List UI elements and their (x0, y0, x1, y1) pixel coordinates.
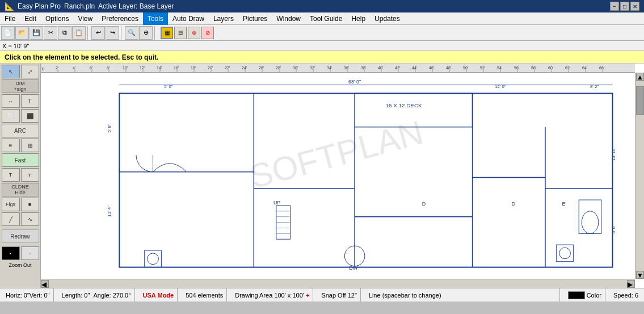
menu-window[interactable]: Window (272, 12, 305, 25)
menu-layers[interactable]: Layers (209, 12, 238, 25)
blueprint: SOFTPLAN 16 X 12 DECK (41, 73, 635, 288)
svg-text:28': 28' (276, 66, 281, 70)
drawing-area[interactable]: SOFTPLAN 16 X 12 DECK (41, 73, 635, 288)
svg-rect-68 (41, 77, 635, 284)
right-scrollbar[interactable]: ▲ ▼ (635, 73, 644, 279)
svg-text:54': 54' (497, 66, 502, 70)
line-tool[interactable]: ╱ (2, 212, 20, 226)
svg-text:14': 14' (157, 66, 162, 70)
menu-help[interactable]: Help (347, 12, 370, 25)
cut-button[interactable]: ✂ (44, 26, 57, 40)
status-mode-text: USA Mode (143, 292, 174, 299)
coord-x: X = 10' 9" (2, 43, 29, 49)
toolbar-sep3 (154, 26, 157, 40)
scroll-left-button[interactable]: ◀ (41, 280, 49, 288)
color2-tool[interactable]: ▫ (21, 246, 39, 260)
status-angle: Angle: 270.0° (93, 292, 131, 299)
close-button[interactable]: ✕ (630, 2, 639, 11)
window-tool[interactable]: ⬛ (21, 109, 39, 123)
status-speed-value: 6 (635, 292, 638, 299)
tool-icon-4[interactable]: ⊘ (201, 27, 214, 39)
svg-text:26': 26' (259, 66, 264, 70)
hide-tool[interactable]: ■ (21, 198, 39, 211)
svg-text:5' 0": 5' 0" (164, 84, 172, 89)
zoom2-button[interactable]: ⊕ (139, 26, 153, 40)
redo-button[interactable]: ↪ (106, 26, 119, 40)
tool-icon-2[interactable]: ⊟ (174, 27, 187, 39)
lt-row6: Figs ■ (2, 198, 39, 211)
new-button[interactable]: 📄 (1, 26, 15, 40)
toolbar: 📄 📂 💾 ✂ ⧉ 📋 ↩ ↪ 🔍 ⊕ ▦ ⊟ ⊗ ⊘ (0, 25, 644, 41)
svg-text:52': 52' (480, 66, 485, 70)
scroll-thumb[interactable] (636, 86, 644, 115)
save-button[interactable]: 💾 (30, 26, 43, 40)
menu-updates[interactable]: Updates (370, 12, 405, 25)
text-tool[interactable]: T (21, 94, 39, 108)
scroll-down-button[interactable]: ▼ (636, 271, 644, 279)
menu-toolguide[interactable]: Tool Guide (305, 12, 347, 25)
menu-pictures[interactable]: Pictures (238, 12, 272, 25)
scroll-up-button[interactable]: ▲ (636, 73, 644, 81)
menu-preferences[interactable]: Preferences (97, 12, 143, 25)
move-tool[interactable]: ⤢ (21, 65, 39, 78)
menu-file[interactable]: File (0, 12, 20, 25)
expand-icon[interactable]: + (306, 292, 309, 299)
curve-tool[interactable]: ∿ (21, 212, 39, 226)
status-area-label: Drawing Area (235, 292, 272, 299)
redraw-button[interactable]: Redraw (2, 229, 39, 243)
status-elements: 504 elements (182, 288, 227, 302)
svg-text:D: D (422, 201, 426, 207)
menu-autodraw[interactable]: Auto Draw (168, 12, 209, 25)
text2-tool[interactable]: T (2, 168, 20, 182)
svg-text:2': 2' (56, 66, 58, 70)
status-drawing-area: Drawing Area 100' x 100' + (231, 288, 313, 302)
copy-button[interactable]: ⧉ (58, 26, 71, 40)
svg-text:0: 0 (42, 66, 45, 72)
svg-text:20': 20' (208, 66, 213, 70)
app-icon: 📐 (5, 2, 14, 11)
zoom-button[interactable]: 🔍 (125, 26, 138, 40)
menu-edit[interactable]: Edit (20, 12, 41, 25)
minimize-button[interactable]: − (610, 2, 619, 11)
main-layout: ↖ ⤢ DIM+sign ↔ T ⬜ ⬛ ARC ≡ ⊞ Fast T T CL… (0, 64, 644, 288)
svg-text:E: E (562, 201, 566, 207)
svg-text:34': 34' (327, 66, 332, 70)
svg-text:56': 56' (514, 66, 519, 70)
text3-tool[interactable]: T (21, 168, 39, 182)
fast-tool[interactable]: Fast (2, 153, 39, 167)
svg-text:18': 18' (191, 66, 196, 70)
svg-text:5' 8": 5' 8" (107, 124, 112, 132)
tool-icon-1[interactable]: ▦ (161, 27, 173, 39)
svg-text:68' 0": 68' 0" (348, 79, 361, 85)
figs-tool[interactable]: Figs (2, 198, 20, 211)
titlebar: 📐 Easy Plan Pro Ranch.pln Active Layer: … (0, 0, 644, 12)
stairs-tool[interactable]: ≡ (2, 139, 20, 152)
menu-view[interactable]: View (73, 12, 97, 25)
elev-tool[interactable]: ⊞ (21, 139, 39, 152)
svg-text:32': 32' (310, 66, 315, 70)
svg-text:40': 40' (378, 66, 383, 70)
lt-row4: ≡ ⊞ (2, 139, 39, 152)
arc-tool[interactable]: ARC (2, 124, 39, 137)
status-mode: USA Mode (140, 288, 178, 302)
svg-text:10': 10' (123, 66, 128, 70)
paste-button[interactable]: 📋 (72, 26, 86, 40)
bottom-scrollbar[interactable]: ◀ ▶ (41, 279, 635, 288)
svg-text:48': 48' (446, 66, 451, 70)
color-indicator (568, 291, 585, 299)
dim-tool[interactable]: ↔ (2, 94, 20, 108)
door-tool[interactable]: ⬜ (2, 109, 20, 123)
svg-text:DW: DW (349, 265, 357, 271)
scroll-right-button[interactable]: ▶ (627, 280, 635, 288)
undo-button[interactable]: ↩ (91, 26, 105, 40)
menu-tools[interactable]: Tools (143, 12, 168, 25)
maximize-button[interactable]: □ (620, 2, 629, 11)
canvas-area: 0 2' 4' 6' 8' 10' 12' 14' 16' 18' (41, 64, 644, 288)
select-tool[interactable]: ↖ (2, 65, 20, 78)
color1-tool[interactable]: ▪ (2, 246, 20, 260)
status-color[interactable]: Color (565, 288, 605, 302)
menu-options[interactable]: Options (41, 12, 73, 25)
open-button[interactable]: 📂 (15, 26, 29, 40)
tool-icon-3[interactable]: ⊗ (188, 27, 200, 39)
svg-text:4': 4' (73, 66, 75, 70)
